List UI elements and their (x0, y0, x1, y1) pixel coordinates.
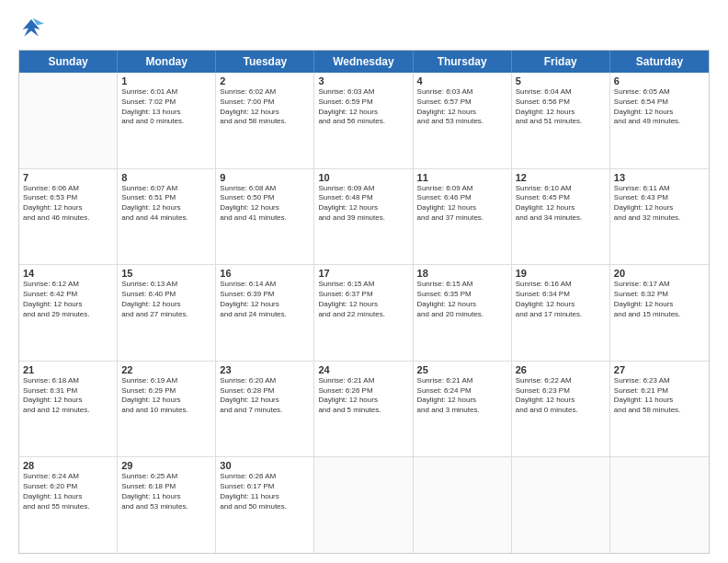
daylight-line1: Daylight: 12 hours (220, 300, 310, 310)
daylight-line1: Daylight: 12 hours (23, 203, 113, 213)
calendar-week-4: 28Sunrise: 6:24 AMSunset: 6:20 PMDayligh… (19, 457, 709, 553)
sunset-text: Sunset: 6:54 PM (614, 98, 705, 108)
sunset-text: Sunset: 6:46 PM (417, 193, 507, 203)
daylight-line2: and and 55 minutes. (23, 502, 113, 512)
day-number: 20 (614, 268, 705, 279)
daylight-line2: and and 51 minutes. (516, 117, 606, 127)
sunrise-text: Sunrise: 6:09 AM (318, 184, 408, 194)
daylight-line2: and and 53 minutes. (121, 502, 211, 512)
daylight-line2: and and 22 minutes. (318, 310, 408, 320)
daylight-line1: Daylight: 12 hours (121, 203, 211, 213)
sunset-text: Sunset: 6:50 PM (220, 193, 310, 203)
daylight-line2: and and 58 minutes. (614, 406, 705, 416)
sunset-text: Sunset: 6:17 PM (220, 482, 310, 492)
daylight-line2: and and 29 minutes. (23, 310, 113, 320)
sunset-text: Sunset: 6:32 PM (614, 290, 705, 300)
sunset-text: Sunset: 6:29 PM (121, 386, 211, 396)
sunset-text: Sunset: 7:00 PM (220, 98, 310, 108)
sunset-text: Sunset: 6:28 PM (220, 386, 310, 396)
daylight-line2: and and 5 minutes. (318, 406, 408, 416)
daylight-line2: and and 3 minutes. (417, 406, 507, 416)
calendar-day-8: 8Sunrise: 6:07 AMSunset: 6:51 PMDaylight… (118, 169, 216, 265)
calendar-day-15: 15Sunrise: 6:13 AMSunset: 6:40 PMDayligh… (118, 265, 216, 361)
page: SundayMondayTuesdayWednesdayThursdayFrid… (0, 0, 728, 563)
sunset-text: Sunset: 6:39 PM (220, 290, 310, 300)
sunset-text: Sunset: 6:35 PM (417, 290, 507, 300)
sunset-text: Sunset: 6:57 PM (417, 98, 507, 108)
daylight-line1: Daylight: 12 hours (417, 300, 507, 310)
daylight-line2: and and 49 minutes. (614, 117, 705, 127)
sunset-text: Sunset: 6:37 PM (318, 290, 408, 300)
daylight-line1: Daylight: 12 hours (614, 203, 705, 213)
sunrise-text: Sunrise: 6:05 AM (614, 87, 705, 98)
day-number: 28 (23, 460, 113, 471)
daylight-line1: Daylight: 12 hours (220, 396, 310, 406)
day-number: 16 (220, 268, 310, 279)
sunset-text: Sunset: 6:18 PM (121, 482, 211, 492)
sunset-text: Sunset: 6:34 PM (516, 290, 606, 300)
day-number: 12 (516, 172, 606, 183)
daylight-line2: and and 27 minutes. (121, 310, 211, 320)
sunset-text: Sunset: 6:56 PM (516, 98, 606, 108)
day-number: 21 (23, 364, 113, 375)
calendar-empty-cell (512, 457, 610, 553)
daylight-line1: Daylight: 12 hours (516, 300, 606, 310)
calendar-day-11: 11Sunrise: 6:09 AMSunset: 6:46 PMDayligh… (414, 169, 512, 265)
sunrise-text: Sunrise: 6:13 AM (121, 280, 211, 290)
day-number: 14 (23, 268, 113, 279)
daylight-line1: Daylight: 12 hours (318, 108, 408, 118)
sunrise-text: Sunrise: 6:17 AM (614, 280, 705, 290)
logo-icon (18, 17, 44, 42)
daylight-line2: and and 41 minutes. (220, 213, 310, 224)
sunrise-text: Sunrise: 6:07 AM (121, 184, 211, 194)
day-number: 27 (614, 364, 705, 375)
sunrise-text: Sunrise: 6:24 AM (23, 472, 113, 482)
sunrise-text: Sunrise: 6:06 AM (23, 184, 113, 194)
day-number: 13 (614, 172, 705, 183)
header-day-tuesday: Tuesday (216, 51, 314, 73)
sunset-text: Sunset: 6:53 PM (23, 193, 113, 203)
calendar-day-1: 1Sunrise: 6:01 AMSunset: 7:02 PMDaylight… (118, 73, 216, 168)
sunrise-text: Sunrise: 6:12 AM (23, 280, 113, 290)
sunset-text: Sunset: 6:59 PM (318, 98, 408, 108)
sunrise-text: Sunrise: 6:16 AM (516, 280, 606, 290)
calendar-body: 1Sunrise: 6:01 AMSunset: 7:02 PMDaylight… (19, 73, 709, 553)
daylight-line2: and and 32 minutes. (614, 213, 705, 224)
day-number: 1 (121, 75, 211, 86)
day-number: 2 (220, 75, 310, 86)
day-number: 19 (516, 268, 606, 279)
daylight-line1: Daylight: 12 hours (318, 300, 408, 310)
sunrise-text: Sunrise: 6:21 AM (417, 376, 507, 386)
daylight-line1: Daylight: 12 hours (23, 300, 113, 310)
day-number: 8 (121, 172, 211, 183)
sunrise-text: Sunrise: 6:21 AM (318, 376, 408, 386)
daylight-line1: Daylight: 12 hours (516, 108, 606, 118)
daylight-line2: and and 24 minutes. (220, 310, 310, 320)
sunset-text: Sunset: 6:21 PM (614, 386, 705, 396)
calendar-day-7: 7Sunrise: 6:06 AMSunset: 6:53 PMDaylight… (19, 169, 118, 265)
calendar-day-26: 26Sunrise: 6:22 AMSunset: 6:23 PMDayligh… (512, 362, 610, 457)
sunset-text: Sunset: 6:42 PM (23, 290, 113, 300)
daylight-line2: and and 37 minutes. (417, 213, 507, 224)
daylight-line1: Daylight: 12 hours (614, 108, 705, 118)
sunrise-text: Sunrise: 6:26 AM (220, 472, 310, 482)
sunrise-text: Sunrise: 6:22 AM (516, 376, 606, 386)
daylight-line1: Daylight: 12 hours (614, 300, 705, 310)
daylight-line2: and and 39 minutes. (318, 213, 408, 224)
calendar-day-23: 23Sunrise: 6:20 AMSunset: 6:28 PMDayligh… (216, 362, 314, 457)
sunrise-text: Sunrise: 6:09 AM (417, 184, 507, 194)
daylight-line1: Daylight: 12 hours (220, 108, 310, 118)
sunset-text: Sunset: 6:23 PM (516, 386, 606, 396)
day-number: 23 (220, 364, 310, 375)
daylight-line1: Daylight: 12 hours (318, 396, 408, 406)
daylight-line1: Daylight: 12 hours (318, 203, 408, 213)
daylight-line2: and and 44 minutes. (121, 213, 211, 224)
calendar-day-12: 12Sunrise: 6:10 AMSunset: 6:45 PMDayligh… (512, 169, 610, 265)
calendar-day-3: 3Sunrise: 6:03 AMSunset: 6:59 PMDaylight… (314, 73, 413, 168)
calendar-day-22: 22Sunrise: 6:19 AMSunset: 6:29 PMDayligh… (118, 362, 216, 457)
daylight-line1: Daylight: 11 hours (614, 396, 705, 406)
sunrise-text: Sunrise: 6:01 AM (121, 87, 211, 98)
calendar-week-3: 21Sunrise: 6:18 AMSunset: 6:31 PMDayligh… (19, 362, 709, 458)
sunrise-text: Sunrise: 6:04 AM (516, 87, 606, 98)
daylight-line1: Daylight: 11 hours (121, 492, 211, 502)
